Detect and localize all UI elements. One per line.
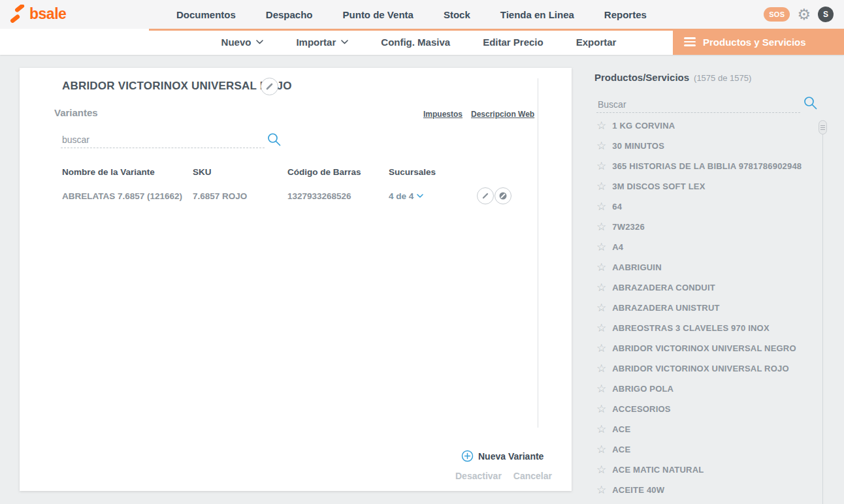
star-icon[interactable]: ☆ (596, 302, 606, 313)
toolbar-item[interactable]: Importar (296, 37, 348, 48)
sidebar-count: (1575 de 1575) (694, 73, 751, 83)
star-icon[interactable]: ☆ (596, 262, 606, 273)
product-list-item[interactable]: ☆ ACE MATIC NATURAL (596, 460, 819, 480)
top-navigation-bar: bsale Documentos Despacho Punto de Venta… (0, 0, 844, 29)
product-list-item[interactable]: ☆ ACEITE 40W (596, 480, 819, 500)
card-link[interactable]: Descripcion Web (471, 110, 534, 119)
variant-barcode: 1327933268526 (287, 191, 389, 201)
product-list-item[interactable]: ☆ ABRIDOR VICTORINOX UNIVERSAL NEGRO (596, 338, 819, 358)
toolbar-item-label: Exportar (576, 37, 617, 48)
toolbar-item-label: Config. Masiva (381, 37, 450, 48)
star-icon[interactable]: ☆ (596, 221, 606, 232)
star-icon[interactable]: ☆ (596, 444, 606, 455)
star-icon[interactable]: ☆ (596, 464, 606, 475)
sucursales-dropdown[interactable]: 4 de 4 (389, 191, 423, 201)
products-sidebar: Productos/Servicios (1575 de 1575) ☆ 1 K… (594, 72, 844, 504)
variant-name: ABRELATAS 7.6857 (121662) (62, 191, 193, 201)
column-header: Sucursales (389, 167, 538, 177)
new-variant-button[interactable]: Nueva Variante (461, 450, 544, 462)
star-icon[interactable]: ☆ (596, 140, 606, 151)
product-list-item-label: ACE MATIC NATURAL (612, 465, 704, 475)
disable-variant-button[interactable] (495, 187, 511, 204)
pencil-icon (481, 192, 489, 200)
product-list-item[interactable]: ☆ ABRAZADERA UNISTRUT (596, 298, 819, 318)
product-list-item[interactable]: ☆ 64 (596, 197, 819, 217)
variant-row: ABRELATAS 7.6857 (121662) 7.6857 ROJO 13… (62, 185, 538, 207)
deactivate-button[interactable]: Desactivar (455, 471, 502, 481)
star-icon[interactable]: ☆ (596, 201, 606, 212)
new-variant-label: Nueva Variante (478, 451, 544, 462)
top-nav-item[interactable]: Punto de Venta (343, 9, 414, 20)
top-nav-item[interactable]: Documentos (176, 9, 236, 20)
toolbar-item[interactable]: Config. Masiva (381, 37, 450, 48)
product-list-item[interactable]: ☆ ABREOSTRAS 3 CLAVELES 970 INOX (596, 318, 819, 338)
star-icon[interactable]: ☆ (596, 484, 606, 496)
toolbar-item[interactable]: Editar Precio (483, 37, 544, 48)
toolbar-item[interactable]: Nuevo (221, 37, 264, 48)
product-list-item-label: 7W2326 (612, 222, 645, 232)
product-list-item-label: 30 MINUTOS (612, 141, 664, 151)
search-icon[interactable] (803, 95, 818, 110)
star-icon[interactable]: ☆ (596, 383, 606, 394)
sucursales-value: 4 de 4 (389, 191, 414, 201)
product-list-item[interactable]: ☆ AABRIGUIN (596, 257, 819, 277)
product-list-item[interactable]: ☆ 3M DISCOS SOFT LEX (596, 176, 819, 197)
sidebar-search-input[interactable] (596, 97, 800, 113)
sidebar-search (596, 97, 800, 113)
edit-variant-button[interactable] (477, 187, 494, 204)
variants-section-label: Variantes (54, 107, 98, 118)
column-header: SKU (193, 167, 287, 177)
secondary-toolbar: Nuevo Importar Config. Masiva Ed (0, 29, 844, 55)
scrollbar-thumb[interactable] (819, 120, 827, 134)
toolbar-item-label: Importar (296, 37, 336, 48)
star-icon[interactable]: ☆ (596, 323, 606, 334)
panel-button-label: Productos y Servicios (703, 37, 806, 48)
product-list-item[interactable]: ☆ ACCESORIOS (596, 399, 819, 419)
top-nav-item[interactable]: Despacho (266, 9, 313, 20)
product-list-item[interactable]: ☆ ABRAZADERA CONDUIT (596, 277, 819, 298)
sidebar-title: Productos/Servicios (594, 72, 689, 83)
product-list-item-label: ABRIDOR VICTORINOX UNIVERSAL NEGRO (612, 343, 796, 353)
products-toolbar: Nuevo Importar Config. Masiva Ed (149, 29, 673, 55)
product-list-item[interactable]: ☆ ACE (596, 439, 819, 460)
scrollbar-track[interactable] (822, 131, 823, 504)
star-icon[interactable]: ☆ (596, 181, 606, 192)
star-icon[interactable]: ☆ (596, 161, 606, 172)
top-nav-item[interactable]: Stock (444, 9, 470, 20)
edit-product-button[interactable] (261, 78, 278, 95)
star-icon[interactable]: ☆ (596, 242, 606, 253)
star-icon[interactable]: ☆ (596, 282, 606, 293)
card-link[interactable]: Impuestos (423, 110, 463, 119)
search-icon[interactable] (267, 132, 282, 147)
star-icon[interactable]: ☆ (596, 363, 606, 374)
star-icon[interactable]: ☆ (596, 424, 606, 435)
variant-table-header: Nombre de la Variante SKU Código de Barr… (62, 167, 538, 177)
product-list-item[interactable]: ☆ 7W2326 (596, 217, 819, 237)
star-icon[interactable]: ☆ (596, 343, 606, 354)
product-list-item-label: ACCESORIOS (612, 404, 670, 414)
product-list-item[interactable]: ☆ ABRIGO POLA (596, 379, 819, 399)
chevron-down-icon (341, 40, 348, 44)
product-list-item[interactable]: ☆ A4 (596, 237, 819, 257)
chevron-down-icon (256, 40, 263, 44)
star-icon[interactable]: ☆ (596, 403, 606, 415)
variant-search-input[interactable] (61, 132, 265, 148)
product-list-item[interactable]: ☆ ABRIDOR VICTORINOX UNIVERSAL ROJO (596, 358, 819, 379)
top-nav-item[interactable]: Reportes (604, 9, 647, 20)
product-list-item[interactable]: ☆ 365 HISTORIAS DE LA BIBLIA 97817869029… (596, 156, 819, 176)
bsale-logo[interactable]: bsale (9, 5, 66, 23)
top-nav-item[interactable]: Tienda en Linea (500, 9, 574, 20)
product-list-item[interactable]: ☆ ACE (596, 419, 819, 439)
product-list-item[interactable]: ☆ 30 MINUTOS (596, 136, 819, 156)
variant-sku: 7.6857 ROJO (193, 191, 287, 201)
user-avatar[interactable]: S (818, 7, 834, 22)
cancel-button[interactable]: Cancelar (513, 471, 552, 481)
star-icon[interactable]: ☆ (596, 120, 606, 131)
product-list-item-label: AABRIGUIN (612, 262, 661, 272)
gear-icon[interactable]: ⚙ (797, 7, 811, 22)
product-list-item[interactable]: ☆ 1 KG CORVINA (596, 116, 819, 136)
toolbar-item[interactable]: Exportar (576, 37, 617, 48)
sos-badge[interactable]: SOS (764, 7, 790, 22)
row-actions (477, 187, 511, 204)
products-services-panel-button[interactable]: Productos y Servicios (673, 29, 844, 55)
